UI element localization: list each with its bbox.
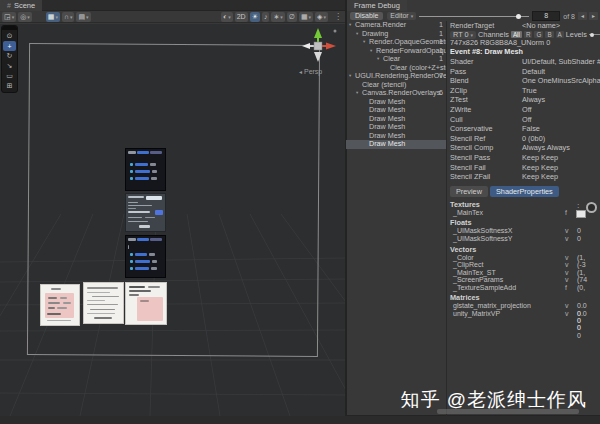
scene-document-card-3[interactable] bbox=[125, 282, 167, 325]
property-label: Stencil Fail bbox=[450, 163, 486, 172]
shader-prop-flag: v bbox=[565, 276, 569, 284]
target-dropdown[interactable]: Editor ▾ bbox=[387, 12, 416, 20]
shader-prop-name: Textures bbox=[450, 200, 480, 209]
event-label: Render.OpaqueGeometry bbox=[369, 38, 446, 46]
property-value: Keep Keep bbox=[522, 172, 558, 182]
slider-handle[interactable] bbox=[516, 14, 521, 19]
tool-icon: + bbox=[7, 43, 11, 50]
details-tab[interactable]: ShaderProperties bbox=[490, 186, 559, 197]
property-label: ZWrite bbox=[450, 105, 471, 114]
channel-button[interactable]: A bbox=[556, 31, 564, 38]
scene-document-card-2[interactable] bbox=[83, 282, 124, 324]
camera-settings[interactable]: ▦ ▾ bbox=[299, 12, 313, 22]
Floats: Floats bbox=[447, 218, 600, 227]
gizmo-down-axis-icon bbox=[314, 52, 322, 62]
event-title: Event #8: Draw Mesh bbox=[447, 47, 600, 57]
effects-dropdown[interactable]: ∗ ▾ bbox=[271, 12, 284, 22]
tab-frame-debug[interactable]: Frame Debug bbox=[347, 0, 407, 11]
property-label: Stencil Comp bbox=[450, 143, 493, 152]
prev-event-button[interactable]: ◄ bbox=[578, 12, 587, 20]
orientation-gizmo[interactable] bbox=[298, 26, 338, 66]
chevron-down-icon: ▾ bbox=[411, 12, 414, 20]
scale-tool[interactable]: ↘ bbox=[3, 61, 16, 71]
shading-mode[interactable]: ◐ ▾ bbox=[221, 12, 233, 22]
event-tree-row[interactable]: ▾UGUI.Rendering.RenderOverla 7 bbox=[346, 72, 446, 81]
event-tree-row[interactable]: Draw Mesh bbox=[346, 98, 446, 107]
_UIMaskSoftnessY: _UIMaskSoftnessY v 0 bbox=[447, 235, 600, 243]
grid-visibility[interactable]: ▤ ▾ bbox=[76, 12, 90, 22]
_Color: _Color v (1, bbox=[447, 254, 600, 262]
scene-visibility[interactable]: ∅ bbox=[287, 12, 297, 22]
event-label: Drawing bbox=[362, 30, 388, 38]
tool-settings-pivot[interactable]: ◲ ▾ bbox=[2, 12, 16, 22]
event-label: Clear (stencil) bbox=[362, 81, 406, 89]
shader-prop-value: (1, bbox=[577, 254, 585, 261]
event-tree: ▾Camera.Render 1 ▾Drawing 1 ▾Render.Opaq… bbox=[346, 21, 446, 416]
transform-tool[interactable]: ⊞ bbox=[3, 81, 16, 91]
view-tab[interactable]: # Scene bbox=[0, 0, 42, 11]
property-label: Stencil Pass bbox=[450, 153, 490, 162]
next-event-button[interactable]: ► bbox=[589, 12, 598, 20]
overlay-grip[interactable] bbox=[2, 26, 17, 30]
tool-icon: ↘ bbox=[7, 62, 13, 70]
event-tree-row[interactable]: ▾Render.OpaqueGeometry 1 bbox=[346, 38, 446, 47]
frame-debugger-panel: Frame Debug ⋮ Disable Editor ▾ 8 of 8 ◄ … bbox=[345, 0, 600, 416]
event-label: Draw Mesh bbox=[369, 140, 405, 148]
event-tree-row[interactable]: Draw Mesh bbox=[346, 106, 446, 115]
disable-button[interactable]: Disable bbox=[350, 12, 383, 20]
scene-ui-panel-dark-2[interactable] bbox=[125, 235, 166, 278]
channel-button[interactable]: R bbox=[524, 31, 533, 38]
texture-thumbnail-icon bbox=[576, 210, 586, 218]
channel-button[interactable]: G bbox=[534, 31, 543, 38]
channel-button[interactable]: All bbox=[511, 31, 522, 38]
lighting-toggle[interactable]: ☀ bbox=[250, 12, 260, 22]
event-tree-row[interactable]: Draw Mesh bbox=[346, 132, 446, 141]
tool-settings-orientation[interactable]: ◎ ▾ bbox=[18, 12, 32, 22]
event-count: 1 bbox=[439, 21, 443, 30]
property-value: Keep Keep bbox=[522, 163, 558, 173]
channel-button[interactable]: B bbox=[545, 31, 553, 38]
chevron-down-icon: ▾ bbox=[70, 12, 73, 22]
move-tool[interactable]: + bbox=[3, 41, 16, 51]
scene-tabbar: # Scene ◗ Game bbox=[0, 0, 345, 11]
event-tree-row[interactable]: Draw Mesh bbox=[346, 123, 446, 132]
tab-label: Scene bbox=[14, 1, 35, 10]
event-tree-row[interactable]: Draw Mesh bbox=[346, 140, 446, 149]
event-tree-row[interactable]: ▾Canvas.RenderOverlays 6 bbox=[346, 89, 446, 98]
event-slider[interactable] bbox=[419, 12, 529, 20]
toolbar-overflow-icon[interactable]: ⋮ bbox=[334, 12, 342, 21]
render-target-row: RenderTarget <No name> bbox=[447, 21, 600, 30]
event-tree-row[interactable]: ▾RenderForwardOpaque 1 bbox=[346, 47, 446, 56]
event-number-field[interactable]: 8 bbox=[532, 11, 560, 21]
grid-snap-toggle[interactable]: ▦ ▾ bbox=[46, 12, 60, 22]
details-tab[interactable]: Preview bbox=[450, 186, 488, 197]
scene-ui-panel-dark-1[interactable] bbox=[125, 148, 166, 191]
event-tree-row[interactable]: ▾Drawing 1 bbox=[346, 30, 446, 39]
rect-tool[interactable]: ▭ bbox=[3, 71, 16, 81]
event-tree-row[interactable]: Clear (stencil) bbox=[346, 81, 446, 90]
view-tool[interactable]: ⊙ bbox=[3, 31, 16, 41]
gizmos-dropdown[interactable]: ◈ ▾ bbox=[315, 12, 328, 22]
Vectors: Vectors bbox=[447, 245, 600, 254]
property-row: Cull Off bbox=[447, 115, 600, 125]
shader-prop-name: _Color bbox=[453, 254, 474, 261]
event-count: 1 bbox=[439, 38, 443, 47]
event-tree-row[interactable]: Draw Mesh bbox=[346, 115, 446, 124]
shader-prop-value: 0 bbox=[577, 235, 581, 242]
event-tree-row[interactable]: ▾Clear 1 bbox=[346, 55, 446, 64]
toolbar-icon: ∩ bbox=[64, 12, 69, 22]
scene-viewport[interactable]: ⊙ + ↻ ↘ ▭ ⊞ ◂ bbox=[0, 24, 345, 416]
2d-toggle[interactable]: 2D bbox=[235, 12, 248, 22]
rotate-tool[interactable]: ↻ bbox=[3, 51, 16, 61]
gizmo-x-axis-icon bbox=[326, 43, 336, 50]
levels-slider[interactable] bbox=[589, 31, 600, 38]
audio-toggle[interactable]: ♪ bbox=[262, 12, 270, 22]
perspective-toggle[interactable]: ◂ Persp bbox=[299, 68, 322, 75]
snap-magnet[interactable]: ∩ ▾ bbox=[62, 12, 75, 22]
event-tree-row[interactable]: Clear (color+Z+sten bbox=[346, 64, 446, 73]
event-tree-row[interactable]: ▾Camera.Render 1 bbox=[346, 21, 446, 30]
scene-document-card-1[interactable] bbox=[40, 284, 80, 326]
shader-prop-name: _ClipRect bbox=[453, 261, 483, 268]
scene-ui-panel-form[interactable] bbox=[125, 193, 166, 232]
shader-prop-value: 0 bbox=[577, 227, 581, 234]
